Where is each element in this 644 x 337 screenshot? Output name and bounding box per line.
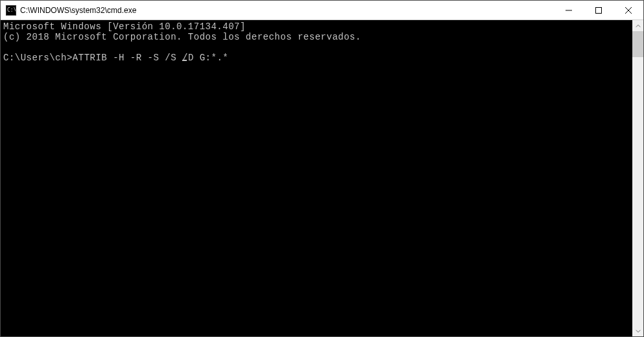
maximize-button[interactable]	[584, 1, 614, 19]
scroll-up-button[interactable]	[632, 20, 643, 31]
minimize-button[interactable]	[554, 1, 584, 19]
app-icon: C:\	[6, 5, 16, 16]
cmd-window: C:\ C:\WINDOWS\system32\cmd.exe Microsof…	[0, 0, 644, 337]
terminal-area[interactable]: Microsoft Windows [Versión 10.0.17134.40…	[1, 20, 632, 336]
window-controls	[554, 1, 643, 19]
chevron-up-icon	[636, 23, 641, 29]
terminal-command: D G:*.*	[188, 53, 228, 63]
content-row: Microsoft Windows [Versión 10.0.17134.40…	[1, 20, 643, 336]
close-icon	[625, 7, 632, 14]
terminal-command: /	[182, 53, 188, 63]
close-button[interactable]	[614, 1, 643, 19]
text-cursor	[182, 60, 187, 61]
terminal-line: Microsoft Windows [Versión 10.0.17134.40…	[3, 21, 246, 32]
window-title: C:\WINDOWS\system32\cmd.exe	[20, 6, 554, 15]
minimize-icon	[566, 7, 572, 14]
vertical-scrollbar[interactable]	[632, 20, 643, 336]
titlebar[interactable]: C:\ C:\WINDOWS\system32\cmd.exe	[1, 1, 643, 20]
scrollbar-thumb[interactable]	[632, 31, 643, 57]
terminal-command: ATTRIB -H -R -S /S	[73, 53, 182, 63]
maximize-icon	[595, 7, 602, 14]
terminal-prompt: C:\Users\ch>	[3, 53, 73, 63]
scroll-down-button[interactable]	[632, 325, 643, 336]
chevron-down-icon	[636, 329, 641, 334]
svg-rect-1	[596, 7, 602, 13]
scrollbar-track[interactable]	[632, 31, 643, 325]
terminal-line: (c) 2018 Microsoft Corporation. Todos lo…	[3, 32, 361, 42]
